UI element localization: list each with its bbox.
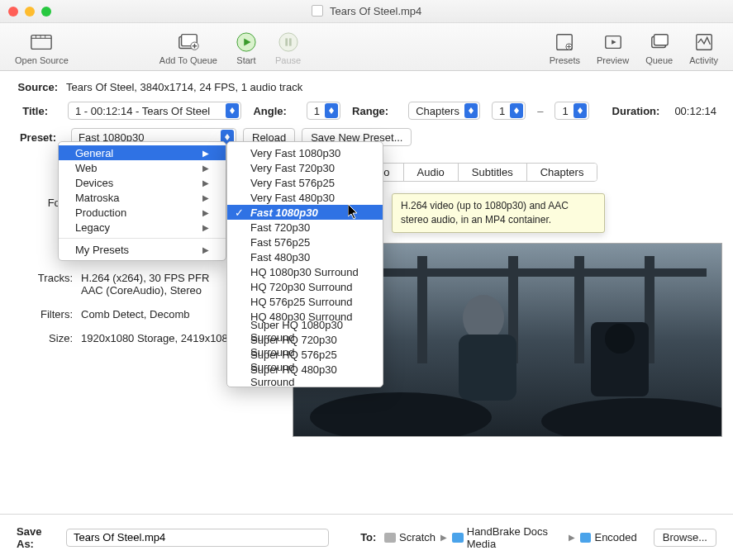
- chevron-right-icon: ▶: [202, 149, 209, 158]
- svg-rect-14: [288, 38, 291, 45]
- chevron-right-icon: ▶: [202, 178, 209, 187]
- angle-label: Angle:: [253, 105, 286, 117]
- range-from-select[interactable]: 1: [492, 102, 526, 120]
- title-select[interactable]: 1 - 00:12:14 - Tears Of Steel: [68, 102, 241, 120]
- duration-value: 00:12:14: [674, 105, 716, 117]
- menu-separator: [59, 238, 226, 239]
- updown-icon: [574, 103, 587, 118]
- filters-value: Comb Detect, Decomb: [81, 308, 190, 320]
- queue-icon: [647, 31, 672, 54]
- tab-subtitles[interactable]: Subtitles: [459, 164, 527, 181]
- chevron-right-icon: ▶: [202, 223, 209, 232]
- queue-button[interactable]: Queue: [637, 27, 681, 67]
- maximize-window-button[interactable]: [41, 7, 51, 17]
- filters-label: Filters:: [23, 308, 73, 320]
- toolbar: Open Source Add To Queue Start Pause Pre…: [0, 23, 733, 71]
- menu-item-legacy[interactable]: Legacy▶: [59, 220, 226, 235]
- folder-icon: [384, 533, 396, 543]
- tracks-line2: AAC (CoreAudio), Stereo: [81, 284, 209, 297]
- range-to-select[interactable]: 1: [555, 102, 588, 120]
- menu-item-devices[interactable]: Devices▶: [59, 175, 226, 190]
- save-bar: Save As: To: Scratch ▶ HandBrake Docs Me…: [0, 514, 733, 560]
- menu-item-my-presets[interactable]: My Presets▶: [59, 242, 226, 257]
- pause-button: Pause: [267, 27, 309, 67]
- saveas-label: Save As:: [17, 525, 58, 550]
- preset-item-selected[interactable]: Fast 1080p30: [227, 205, 383, 220]
- folder-icon: [580, 533, 592, 543]
- menu-item-matroska[interactable]: Matroska▶: [59, 190, 226, 205]
- range-type-select[interactable]: Chapters: [408, 102, 480, 120]
- add-to-queue-button[interactable]: Add To Queue: [151, 27, 226, 67]
- presets-icon: [552, 31, 577, 54]
- tracks-label: Tracks:: [23, 272, 73, 297]
- open-source-icon: [29, 31, 54, 54]
- folder-icon: [452, 533, 464, 543]
- preset-submenu[interactable]: Very Fast 1080p30 Very Fast 720p30 Very …: [226, 141, 383, 387]
- traffic-lights: [8, 7, 51, 17]
- menu-item-web[interactable]: Web▶: [59, 160, 226, 175]
- preset-item[interactable]: Very Fast 1080p30: [227, 145, 383, 160]
- preview-button[interactable]: Preview: [588, 27, 637, 67]
- updown-icon: [325, 103, 338, 118]
- svg-point-29: [463, 295, 504, 341]
- updown-icon: [464, 103, 478, 118]
- preset-item[interactable]: Super HQ 480p30 Surround: [227, 368, 383, 383]
- range-label: Range:: [352, 105, 388, 117]
- preset-label: Preset:: [17, 131, 56, 144]
- chevron-right-icon: ▶: [569, 533, 575, 542]
- activity-button[interactable]: Activity: [681, 27, 726, 67]
- window-title-text: Tears Of Steel.mp4: [330, 5, 421, 17]
- preset-item[interactable]: Very Fast 480p30: [227, 190, 383, 205]
- updown-icon: [226, 103, 239, 118]
- file-icon: [312, 5, 323, 17]
- to-label: To:: [360, 531, 376, 543]
- svg-rect-13: [285, 38, 288, 45]
- start-button[interactable]: Start: [226, 27, 267, 67]
- preset-tooltip: H.264 video (up to 1080p30) and AAC ster…: [392, 193, 605, 233]
- pause-icon: [276, 31, 301, 54]
- browse-button[interactable]: Browse...: [654, 529, 716, 547]
- preset-item[interactable]: HQ 720p30 Surround: [227, 279, 383, 294]
- svg-marker-18: [612, 40, 616, 45]
- preset-category-menu[interactable]: General▶ Web▶ Devices▶ Matroska▶ Product…: [58, 141, 226, 261]
- minimize-window-button[interactable]: [25, 7, 35, 17]
- source-label: Source:: [17, 81, 58, 93]
- tab-audio[interactable]: Audio: [404, 164, 459, 181]
- preset-item[interactable]: Fast 720p30: [227, 220, 383, 235]
- source-value: Tears Of Steel, 3840x1714, 24 FPS, 1 aud…: [66, 81, 302, 93]
- duration-label: Duration:: [612, 105, 660, 117]
- window-titlebar: Tears Of Steel.mp4: [0, 0, 733, 23]
- preview-icon: [601, 31, 626, 54]
- svg-point-32: [605, 324, 635, 354]
- destination-path[interactable]: Scratch ▶ HandBrake Docs Media ▶ Encoded: [384, 525, 636, 550]
- chevron-right-icon: ▶: [202, 208, 209, 217]
- preset-item[interactable]: HQ 576p25 Surround: [227, 294, 383, 309]
- preset-item[interactable]: Fast 480p30: [227, 249, 383, 264]
- menu-item-production[interactable]: Production▶: [59, 205, 226, 220]
- tracks-line1: H.264 (x264), 30 FPS PFR: [81, 272, 209, 284]
- preset-item[interactable]: Very Fast 576p25: [227, 175, 383, 190]
- title-label: Title:: [17, 105, 48, 117]
- size-label: Size:: [23, 332, 73, 344]
- activity-icon: [692, 31, 716, 54]
- svg-rect-30: [459, 335, 516, 401]
- chevron-right-icon: ▶: [202, 193, 209, 202]
- chevron-right-icon: ▶: [202, 164, 209, 173]
- chevron-right-icon: ▶: [440, 533, 447, 542]
- menu-item-general[interactable]: General▶: [59, 145, 226, 160]
- saveas-input[interactable]: [66, 529, 329, 547]
- svg-rect-20: [654, 34, 668, 45]
- play-icon: [234, 31, 259, 54]
- tab-chapters[interactable]: Chapters: [527, 164, 597, 181]
- close-window-button[interactable]: [8, 7, 18, 17]
- svg-rect-0: [31, 35, 51, 49]
- presets-button[interactable]: Presets: [541, 27, 588, 67]
- dash: –: [537, 105, 543, 117]
- add-to-queue-icon: [176, 31, 201, 54]
- window-title: Tears Of Steel.mp4: [0, 5, 733, 17]
- preset-item[interactable]: Very Fast 720p30: [227, 160, 383, 175]
- preset-item[interactable]: HQ 1080p30 Surround: [227, 264, 383, 279]
- open-source-button[interactable]: Open Source: [7, 27, 77, 67]
- preset-item[interactable]: Fast 576p25: [227, 235, 383, 249]
- angle-select[interactable]: 1: [307, 102, 340, 120]
